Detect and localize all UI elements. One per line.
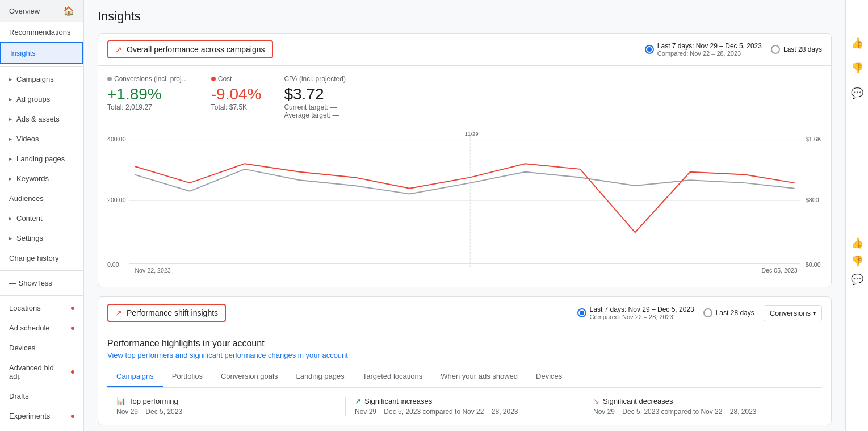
sidebar-item-keywords[interactable]: ▸ Keywords [0, 169, 83, 189]
sidebar-item-videos[interactable]: ▸ Videos [0, 129, 83, 149]
metric-cpa-sub2: Average target: — [284, 111, 346, 119]
home-icon: 🏠 [63, 6, 74, 16]
svg-text:$800: $800 [806, 196, 819, 203]
sidebar-item-insights[interactable]: Insights [0, 42, 83, 64]
sidebar-item-label: Keywords [16, 174, 49, 183]
sidebar-item-ad-schedule[interactable]: Ad schedule [0, 318, 83, 338]
svg-text:$1.6K: $1.6K [806, 136, 821, 143]
card1-date-options: Last 7 days: Nov 29 – Dec 5, 2023 Compar… [645, 42, 822, 57]
radio-empty-icon [771, 45, 780, 54]
sidebar-item-locations[interactable]: Locations [0, 298, 83, 318]
sidebar-item-settings[interactable]: ▸ Settings [0, 228, 83, 248]
sidebar-item-label: Ads & assets [16, 115, 60, 123]
card2-title-box: ↗ Performance shift insights [107, 304, 226, 322]
metric-cost-value: -9.04% [211, 85, 262, 103]
sidebar-item-label: Locations [9, 304, 41, 312]
metric-dot-red [211, 77, 216, 81]
perf-col-sig-increases: ↗ Significant increases Nov 29 – Dec 5, … [346, 397, 584, 416]
card2-header: ↗ Performance shift insights Last 7 days… [98, 297, 831, 329]
top-performing-title: 📊 Top performing [116, 397, 336, 405]
tab-landing-pages[interactable]: Landing pages [287, 366, 353, 387]
metric-dot-gray [107, 77, 112, 81]
thumbs-down-button[interactable]: 👎 [848, 59, 866, 77]
date-option1-text: Last 7 days: Nov 29 – Dec 5, 2023 Compar… [657, 42, 762, 57]
notification-dot [71, 370, 74, 374]
svg-text:Nov 22, 2023: Nov 22, 2023 [135, 267, 170, 274]
chart-area: 400.00 200.00 0.00 $1.6K $800 $0.00 11/2… [98, 128, 831, 287]
chat-button-2[interactable]: 💬 [848, 270, 866, 288]
card2-date-option2[interactable]: Last 28 days [703, 308, 754, 317]
date-option1-label: Last 7 days: Nov 29 – Dec 5, 2023 [657, 42, 762, 50]
card2-title: Performance shift insights [127, 308, 218, 317]
metric-cpa-value: $3.72 [284, 85, 346, 103]
chevron-icon: ▸ [9, 136, 12, 142]
show-less-button[interactable]: — Show less [0, 273, 83, 293]
chevron-icon: ▸ [9, 175, 12, 182]
card1-date-option1[interactable]: Last 7 days: Nov 29 – Dec 5, 2023 Compar… [645, 42, 762, 57]
chat-button[interactable]: 💬 [848, 84, 866, 102]
thumbs-up-icon: 👍 [851, 37, 863, 49]
sidebar-item-change-history[interactable]: Change history [0, 248, 83, 268]
chevron-icon: ▸ [9, 116, 12, 122]
sidebar-item-label: Campaigns [16, 75, 54, 83]
notification-dot [71, 327, 74, 330]
metric-cpa-sub1: Current target: — [284, 103, 346, 111]
sidebar-item-ads-assets[interactable]: ▸ Ads & assets [0, 109, 83, 129]
sidebar-item-audiences[interactable]: Audiences [0, 189, 83, 208]
metric-cpa: CPA (incl. projected) $3.72 Current targ… [284, 75, 346, 119]
perf-col-sig-decreases: ↘ Significant decreases Nov 29 – Dec 5, … [584, 397, 822, 416]
perf-highlights-sub[interactable]: View top performers and significant perf… [107, 351, 822, 359]
sidebar-item-label: Settings [16, 234, 43, 242]
sidebar-item-devices[interactable]: Devices [0, 338, 83, 358]
notification-dot [71, 415, 74, 418]
sidebar: Overview 🏠 Recommendations Insights ▸ Ca… [0, 0, 84, 431]
sidebar-item-drafts[interactable]: Drafts [0, 386, 83, 406]
chevron-down-icon: ▾ [813, 310, 816, 316]
metric-cpa-label: CPA (incl. projected) [284, 75, 346, 83]
sidebar-item-label: Content [16, 214, 43, 223]
chevron-icon: ▸ [9, 156, 12, 162]
sidebar-item-campaigns[interactable]: ▸ Campaigns [0, 69, 83, 89]
trending-up-icon: ↗ [355, 397, 361, 405]
trending-down-icon: ↘ [593, 397, 599, 405]
show-less-label: — Show less [9, 279, 52, 287]
date-option1-sub: Compared: Nov 22 – 28, 2023 [657, 50, 762, 57]
conversions-dropdown-label: Conversions [770, 309, 811, 317]
thumbs-up-button-2[interactable]: 👍 [848, 234, 866, 252]
card1-title: Overall performance across campaigns [127, 45, 265, 54]
metric-conversions-sub: Total: 2,019.27 [107, 103, 188, 111]
chat-icon-2: 💬 [851, 273, 863, 286]
tab-targeted-locations[interactable]: Targeted locations [354, 366, 432, 387]
tab-campaigns[interactable]: Campaigns [107, 366, 163, 387]
svg-text:0.00: 0.00 [107, 261, 119, 268]
sidebar-item-overview[interactable]: Overview 🏠 [0, 0, 83, 22]
chevron-icon: ▸ [9, 96, 12, 102]
perf-card-body: Performance highlights in your account V… [98, 329, 831, 425]
thumbs-down-icon-2: 👎 [851, 255, 863, 267]
sidebar-item-experiments[interactable]: Experiments [0, 406, 83, 426]
tabs-row: Campaigns Portfolios Conversion goals La… [107, 366, 822, 388]
sidebar-item-content[interactable]: ▸ Content [0, 208, 83, 228]
card1-date-option2[interactable]: Last 28 days [771, 45, 822, 54]
sidebar-item-ad-groups[interactable]: ▸ Ad groups [0, 89, 83, 109]
thumbs-up-button[interactable]: 👍 [848, 34, 866, 52]
tab-devices[interactable]: Devices [527, 366, 571, 387]
tab-portfolios[interactable]: Portfolios [163, 366, 212, 387]
performance-shift-card: ↗ Performance shift insights Last 7 days… [98, 296, 832, 425]
sidebar-item-advanced-bid[interactable]: Advanced bid adj. [0, 358, 83, 386]
sidebar-item-landing-pages[interactable]: ▸ Landing pages [0, 149, 83, 169]
sidebar-item-performance[interactable]: Performance [0, 426, 83, 431]
card2-date-option1[interactable]: Last 7 days: Nov 29 – Dec 5, 2023 Compar… [577, 306, 694, 320]
svg-text:$0.00: $0.00 [806, 261, 821, 268]
sidebar-item-label: Drafts [9, 392, 29, 400]
metric-conversions-label: Conversions (incl. proj… [107, 75, 188, 83]
chat-icon: 💬 [851, 87, 863, 99]
sidebar-item-label: Landing pages [16, 154, 65, 163]
thumbs-down-button-2[interactable]: 👎 [848, 252, 866, 270]
tab-conversion-goals[interactable]: Conversion goals [212, 366, 287, 387]
sidebar-item-label: Insights [10, 49, 36, 57]
tab-when-ads-showed[interactable]: When your ads showed [431, 366, 527, 387]
sidebar-item-recommendations[interactable]: Recommendations [0, 22, 83, 42]
conversions-dropdown[interactable]: Conversions ▾ [764, 305, 822, 321]
top-performing-date: Nov 29 – Dec 5, 2023 [116, 408, 336, 416]
